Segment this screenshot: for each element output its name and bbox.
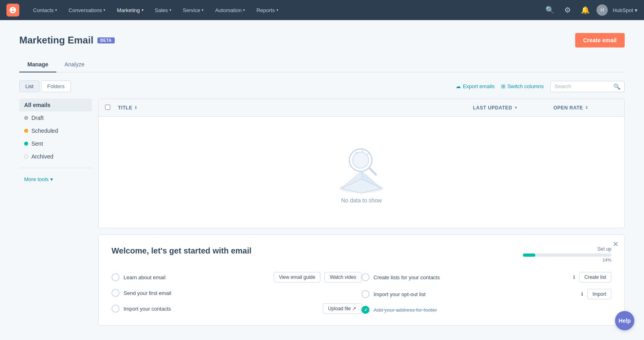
sent-label: Sent	[31, 140, 43, 147]
nav-contacts[interactable]: Contacts ▾	[27, 0, 63, 20]
col-title[interactable]: TITLE ⇕	[118, 105, 473, 111]
task-create-lists: Create lists for your contacts ℹ Create …	[361, 272, 611, 282]
export-icon: ☁	[456, 83, 461, 89]
task-add-address-circle	[361, 306, 369, 314]
export-label: Export emails	[463, 83, 495, 89]
folders-view-button[interactable]: Folders	[41, 80, 70, 92]
col-last-updated-label: LAST UPDATED	[473, 105, 512, 111]
setup-progress-bar	[523, 253, 611, 257]
scheduled-dot	[24, 129, 28, 133]
task-import-optout-label: Import your opt-out list	[374, 291, 577, 297]
task-import-contacts-label: Import your contacts	[124, 306, 319, 312]
last-updated-sort-icon: ▼	[514, 105, 518, 110]
task-import-optout-circle	[361, 290, 369, 298]
task-learn-about-email: Learn about email View email guide Watch…	[111, 272, 361, 282]
main-content: Marketing Email BETA Create email Manage…	[0, 20, 644, 338]
task-send-first-email: Send your first email	[111, 289, 361, 297]
archived-dot	[24, 155, 28, 159]
hubspot-logo[interactable]	[6, 4, 19, 16]
select-all-checkbox-col	[105, 105, 118, 111]
toolbar-row: List Folders ☁ Export emails ⊞ Switch co…	[19, 80, 625, 92]
col-last-updated[interactable]: LAST UPDATED ▼	[473, 105, 553, 111]
nav-reports[interactable]: Reports ▾	[251, 0, 284, 20]
setup-progress-box: Set up 14%	[523, 246, 611, 262]
create-lists-info-icon[interactable]: ℹ	[573, 274, 575, 280]
import-optout-info-icon[interactable]: ℹ	[581, 291, 583, 297]
task-import-optout: Import your opt-out list ℹ Import	[361, 289, 611, 299]
title-sort-icon: ⇕	[134, 105, 138, 110]
upload-file-button[interactable]: Upload file ↗	[323, 303, 361, 314]
sidebar-item-scheduled[interactable]: Scheduled	[19, 124, 92, 137]
watch-video-button[interactable]: Watch video	[324, 272, 361, 282]
export-emails-button[interactable]: ☁ Export emails	[456, 83, 495, 89]
account-chevron: ▾	[635, 7, 638, 13]
nav-right-actions: 🔍 ⚙ 🔔 H HubSpot ▾	[543, 4, 638, 16]
nav-conversations-label: Conversations	[68, 7, 102, 13]
nav-automation-label: Automation	[215, 7, 242, 13]
task-add-address-label: Add your address for footer	[374, 307, 611, 313]
task-send-circle	[111, 289, 120, 297]
email-table-panel: TITLE ⇕ LAST UPDATED ▼ OPEN RATE ⇕	[98, 99, 625, 228]
more-tools-label: More tools	[24, 176, 49, 182]
user-avatar[interactable]: H	[597, 4, 608, 16]
main-tabs: Manage Analyze	[19, 57, 625, 72]
create-list-button[interactable]: Create list	[579, 272, 611, 282]
avatar-initial: H	[601, 7, 604, 13]
welcome-tasks: Learn about email View email guide Watch…	[111, 272, 611, 314]
tab-manage[interactable]: Manage	[19, 57, 56, 72]
nav-sales[interactable]: Sales ▾	[149, 0, 178, 20]
tab-analyze[interactable]: Analyze	[56, 57, 93, 72]
nav-reports-label: Reports	[256, 7, 275, 13]
more-tools-button[interactable]: More tools ▾	[19, 173, 92, 185]
sidebar-divider	[19, 168, 92, 168]
nav-conversations-chevron: ▾	[103, 8, 105, 12]
sidebar-item-draft[interactable]: Draft	[19, 111, 92, 124]
search-box[interactable]: 🔍	[550, 81, 625, 92]
nav-sales-label: Sales	[155, 7, 168, 13]
task-create-lists-label: Create lists for your contacts	[374, 274, 569, 280]
sidebar-item-all-emails[interactable]: All emails	[19, 99, 92, 111]
account-switcher[interactable]: HubSpot ▾	[613, 7, 638, 13]
nav-automation-chevron: ▾	[243, 8, 245, 12]
nav-marketing-label: Marketing	[117, 7, 140, 13]
welcome-close-button[interactable]: ✕	[613, 240, 619, 249]
nav-sales-chevron: ▾	[169, 8, 171, 12]
col-open-rate[interactable]: OPEN RATE ⇕	[553, 105, 618, 111]
columns-icon: ⊞	[501, 83, 506, 89]
search-input[interactable]	[555, 83, 611, 89]
empty-state-illustration	[329, 141, 394, 197]
import-button[interactable]: Import	[587, 289, 611, 299]
list-view-button[interactable]: List	[19, 80, 39, 92]
top-navigation: Contacts ▾ Conversations ▾ Marketing ▾ S…	[0, 0, 644, 20]
welcome-title: Welcome, let's get started with email	[111, 246, 252, 256]
task-create-lists-circle	[361, 273, 369, 281]
no-data-text: No data to show	[341, 197, 382, 204]
email-sidebar: All emails Draft Scheduled Sent Archived…	[19, 99, 92, 326]
welcome-banner: ✕ Welcome, let's get started with email …	[98, 235, 625, 326]
view-email-guide-button[interactable]: View email guide	[274, 272, 321, 282]
nav-contacts-chevron: ▾	[55, 8, 57, 12]
create-email-button[interactable]: Create email	[575, 33, 625, 47]
settings-icon-btn[interactable]: ⚙	[561, 4, 574, 16]
notifications-icon-btn[interactable]: 🔔	[579, 4, 592, 16]
sidebar-item-sent[interactable]: Sent	[19, 137, 92, 150]
nav-automation[interactable]: Automation ▾	[209, 0, 251, 20]
table-header: TITLE ⇕ LAST UPDATED ▼ OPEN RATE ⇕	[99, 99, 624, 117]
search-icon-btn[interactable]: 🔍	[543, 4, 556, 16]
switch-columns-button[interactable]: ⊞ Switch columns	[501, 83, 544, 89]
task-import-contacts: Import your contacts Upload file ↗	[111, 303, 361, 314]
help-button[interactable]: Help	[615, 311, 634, 330]
sidebar-item-archived[interactable]: Archived	[19, 150, 92, 163]
draft-dot	[24, 116, 28, 120]
welcome-tasks-right: Create lists for your contacts ℹ Create …	[361, 272, 611, 314]
select-all-checkbox[interactable]	[105, 105, 110, 110]
page-title-row: Marketing Email BETA	[19, 35, 115, 46]
nav-conversations[interactable]: Conversations ▾	[63, 0, 111, 20]
draft-label: Draft	[31, 115, 43, 121]
nav-reports-chevron: ▾	[277, 8, 279, 12]
nav-items: Contacts ▾ Conversations ▾ Marketing ▾ S…	[27, 0, 543, 20]
task-learn-label: Learn about email	[124, 274, 270, 280]
nav-marketing[interactable]: Marketing ▾	[111, 0, 149, 20]
account-name: HubSpot	[613, 7, 633, 13]
nav-service[interactable]: Service ▾	[177, 0, 209, 20]
